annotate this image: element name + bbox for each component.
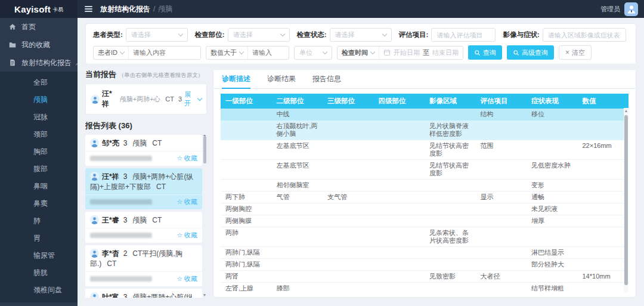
advanced-search-button[interactable]: 高级查询 [507, 45, 554, 60]
report-card-footer: ☆收藏 [85, 271, 202, 286]
table-row[interactable]: 右顶颞枕叶,两侧小脑见片状脑脊液样低密度影 [221, 120, 628, 140]
sidebar-subitem-7[interactable]: 鼻咽 [0, 178, 78, 195]
table-cell [527, 140, 578, 159]
table-row[interactable]: 左基底节区见结节状高密度影范围22×16mm [221, 140, 628, 160]
report-card-main: 邹*亮3颅脑CT [85, 135, 202, 151]
scrollbar-thumb[interactable] [203, 136, 206, 163]
patient-id-input[interactable] [133, 49, 196, 56]
patient-name: 汪*祥 [102, 172, 119, 181]
table-cell [425, 247, 476, 258]
patient-id-select[interactable]: 患者ID [94, 47, 129, 59]
sidebar-item-structured-report[interactable]: 放射结构化报告 [0, 54, 78, 72]
table-row[interactable]: 两侧胸膜增厚 [221, 215, 628, 227]
value-compare-select[interactable]: 数值大于 [206, 47, 248, 59]
sidebar-subitem-4[interactable]: 颈部 [0, 126, 78, 143]
report-list-item[interactable]: 汪*祥3颅脑+两肺+心脏(纵隔)+上腹部+下腹部CT☆收藏 [85, 168, 202, 209]
table-cell [476, 160, 527, 179]
value-input-wrap [248, 47, 289, 59]
report-list-item[interactable]: 王*睿3颅脑CT☆收藏 [85, 212, 202, 243]
sidebar-subitem-12[interactable]: 膀胱 [0, 264, 78, 282]
filter-input[interactable] [548, 32, 621, 39]
table-header-row: 一级部位二级部位三级部位四级部位影像区域评估项目症状表现数值 [221, 94, 628, 109]
table-row[interactable]: 左肾,上腺膝部结节样增粗 [221, 283, 628, 292]
filter-group-5: 影像与症状: [503, 28, 626, 42]
sidebar-subitem-8[interactable]: 鼻窦 [0, 195, 78, 212]
column-header-5: 影像区域 [425, 94, 476, 109]
exam-time-select[interactable]: 检查时间 [338, 47, 379, 59]
table-cell [374, 140, 425, 159]
sidebar-subitem-3[interactable]: 冠脉 [0, 109, 78, 126]
sidebar-subitem-5[interactable]: 胸部 [0, 143, 78, 160]
report-list-item[interactable]: 李*杳2CT平扫(颅脑,胸部.)CT☆收藏 [85, 245, 202, 286]
table-row[interactable]: 左基底节区见结节状高密度影见低密度水肿 [221, 160, 628, 180]
filter-group-4: 评估项目: [399, 28, 496, 42]
table-scrollbar[interactable]: ▲ [624, 108, 628, 292]
table-row[interactable]: 两肺门,纵隔淋巴结显示 [221, 247, 628, 259]
favorite-button[interactable]: ☆收藏 [177, 197, 197, 206]
table-cell [272, 259, 323, 270]
menu-toggle-icon[interactable] [85, 6, 92, 12]
sidebar-subitem-13[interactable]: 颈椎间盘 [0, 282, 78, 299]
favorite-button[interactable]: ☆收藏 [177, 274, 197, 283]
filter-input[interactable] [436, 32, 490, 39]
tab-1[interactable]: 诊断描述 [222, 70, 250, 89]
breadcrumb-current: 颅脑 [158, 4, 172, 14]
sidebar-item-home[interactable]: 首页 [0, 18, 78, 36]
table-cell [578, 283, 629, 292]
table-cell [323, 271, 374, 282]
chevron-down-icon [197, 95, 202, 100]
scroll-down-icon[interactable]: ▼ [202, 293, 207, 298]
current-report-title: 当前报告 （单击右侧单元格查看报告原文） [85, 69, 207, 80]
sidebar-subitem-11[interactable]: 输尿管 [0, 247, 78, 264]
filter-select[interactable]: 请选择 [126, 28, 188, 42]
current-report-card[interactable]: 汪*祥 颅脑+两肺+心... CT 3 展开 [85, 84, 207, 115]
date-range-picker[interactable]: 开始日期 至 结束日期 [379, 47, 463, 59]
scrollbar-thumb[interactable] [624, 115, 628, 285]
expand-button[interactable]: 展开 [184, 90, 202, 108]
table-cell [578, 247, 629, 258]
table-row[interactable]: 相邻侧脑室变形 [221, 180, 628, 191]
clear-button[interactable]: × 清空 [559, 45, 592, 60]
table-row[interactable]: 两肺门,纵隔部分轻肿大 [221, 259, 628, 271]
user-avatar[interactable] [624, 2, 638, 16]
tab-3[interactable]: 报告信息 [312, 70, 341, 89]
table-row[interactable]: 中线结构移位 [221, 109, 628, 120]
main-area: 患者类型:请选择检查部位:请选择检查状态:请选择评估项目:影像与症状: 患者ID… [78, 18, 644, 306]
patient-id-combo: 患者ID [93, 46, 201, 60]
search-button[interactable]: 查询 [468, 45, 502, 60]
report-count: 3 [123, 172, 128, 181]
tab-2[interactable]: 诊断结果 [267, 70, 296, 89]
scroll-up-icon[interactable]: ▲ [624, 109, 628, 113]
sidebar-subitem-10[interactable]: 胃 [0, 230, 78, 247]
filter-group-1: 患者类型:请选择 [93, 28, 188, 42]
report-list-item[interactable]: 叶*富3颅脑+两肺+心脏(纵隔)+上腹部+下腹部CT☆收藏 [85, 289, 202, 298]
filter-label: 评估项目: [399, 30, 429, 39]
unit-select[interactable]: 单位 [294, 46, 332, 60]
close-icon: × [565, 49, 569, 56]
report-list-scrollbar[interactable]: ▲ ▼ [202, 135, 207, 298]
column-header-4: 四级部位 [374, 94, 425, 109]
table-row[interactable]: 两侧胸腔未见积液 [221, 203, 628, 215]
value-input[interactable] [252, 49, 284, 56]
table-cell: 14*10mm [578, 271, 629, 282]
table-cell [323, 259, 374, 270]
favorite-button[interactable]: ☆收藏 [177, 231, 197, 240]
filter-select[interactable]: 请选择 [228, 28, 290, 42]
sidebar-subitem-6[interactable]: 腹部 [0, 160, 78, 178]
sidebar-item-favorites[interactable]: 我的收藏 [0, 36, 78, 54]
filter-select[interactable]: 请选择 [330, 28, 392, 42]
table-cell [425, 283, 476, 292]
report-list: ▲ ▼ 邹*亮3颅脑CT☆收藏汪*祥3颅脑+两肺+心脏(纵隔)+上腹部+下腹部C… [85, 135, 207, 298]
patient-avatar-icon [90, 138, 99, 147]
table-row[interactable]: 两肺见条索状、条片状高密度影 [221, 227, 628, 247]
table-row[interactable]: 两肾见致密影大者径14*10mm [221, 271, 628, 283]
user-area[interactable]: 管理员 [600, 2, 644, 16]
sidebar-subitem-1[interactable]: 全部 [0, 74, 78, 91]
sidebar-subitem-2[interactable]: 颅脑 [0, 91, 78, 109]
favorite-button[interactable]: ☆收藏 [177, 154, 197, 163]
column-header-7: 症状表现 [527, 94, 578, 109]
table-row[interactable]: 两下肺气管支气管显示通畅 [221, 191, 628, 203]
sidebar-subitem-9[interactable]: 肺 [0, 212, 78, 230]
report-list-item[interactable]: 邹*亮3颅脑CT☆收藏 [85, 135, 202, 166]
breadcrumb-section[interactable]: 放射结构化报告 [100, 4, 150, 14]
